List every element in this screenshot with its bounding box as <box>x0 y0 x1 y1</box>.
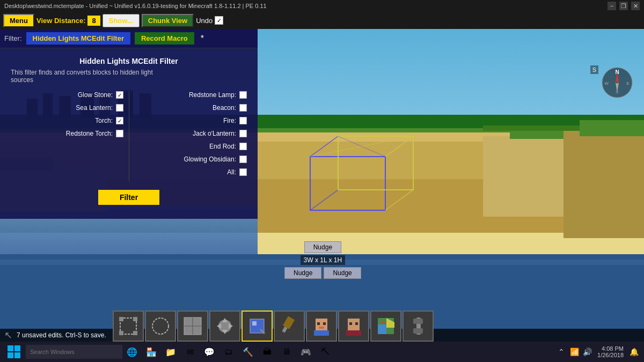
nudge-right-button[interactable]: Nudge <box>324 267 361 279</box>
svg-rect-42 <box>119 317 123 321</box>
coords-display: S <box>590 67 598 73</box>
tool-icon-2 <box>149 315 172 337</box>
player-head2-icon <box>343 316 364 336</box>
menu-bar: Menu View Distance: 8 Show... Chunk View… <box>0 12 644 29</box>
tool-slot-3[interactable] <box>177 311 208 342</box>
checkbox-all[interactable] <box>239 168 247 176</box>
taskbar-icon-store[interactable]: 🏪 <box>142 342 161 362</box>
nudge-bottom-row: Nudge Nudge <box>284 267 361 279</box>
svg-rect-78 <box>8 352 13 358</box>
checkbox-sealantern[interactable] <box>116 104 123 112</box>
compass: N S W E <box>601 67 633 99</box>
taskbar-icon-explorer[interactable]: 🗂 <box>219 342 238 362</box>
taskbar-icon-files[interactable]: 📁 <box>161 342 180 362</box>
tool-slot-10[interactable] <box>402 311 434 342</box>
checkbox-glowstone[interactable] <box>116 91 123 99</box>
start-button[interactable] <box>2 342 26 362</box>
nudge-top-button[interactable]: Nudge <box>304 241 341 253</box>
options-grid: Glow Stone: Sea Lantern: Torch: Redstone… <box>11 91 247 181</box>
tool-slot-1[interactable] <box>113 311 144 342</box>
svg-rect-44 <box>119 331 123 335</box>
svg-rect-75 <box>413 328 423 334</box>
taskbar-icon-edge[interactable]: 🌐 <box>122 342 142 362</box>
tray-notification-icon[interactable]: 🔔 <box>628 342 640 362</box>
tool-icon-10 <box>407 315 429 337</box>
filter-label: Filter: <box>4 34 22 42</box>
option-label-torch: Torch: <box>11 117 113 124</box>
map-icon <box>376 316 396 336</box>
option-row-glowstone: Glow Stone: <box>11 91 123 99</box>
tab-record-macro[interactable]: Record Macro <box>135 32 194 45</box>
svg-rect-67 <box>355 322 358 325</box>
tray-volume-icon[interactable]: 🔊 <box>581 342 593 362</box>
taskbar-icon-monitor[interactable]: 🖥 <box>277 342 296 362</box>
tool-icon-1 <box>117 315 140 337</box>
checkbox-jackolantern[interactable] <box>239 130 247 137</box>
menu-button[interactable]: Menu <box>3 14 34 27</box>
checkbox-beacon[interactable] <box>239 104 247 112</box>
option-row-jackolantern: Jack o'Lantern: <box>135 130 247 137</box>
tool-slot-7[interactable] <box>306 311 337 342</box>
svg-point-46 <box>152 318 169 334</box>
option-row-sealantern: Sea Lantern: <box>11 104 123 112</box>
option-label-redstonelamp: Redstone Lamp: <box>135 91 236 99</box>
close-button[interactable]: ✕ <box>631 2 640 10</box>
compass-icon: N S W E <box>601 67 633 99</box>
tool-slot-2[interactable] <box>145 311 176 342</box>
tray-chevron-icon[interactable]: ⌃ <box>555 342 567 362</box>
checkbox-glowingobsidian[interactable] <box>239 156 247 163</box>
search-input[interactable] <box>26 345 122 359</box>
option-label-beacon: Beacon: <box>135 104 236 112</box>
taskbar-icon-mail[interactable]: ✉ <box>180 342 200 362</box>
svg-rect-45 <box>133 331 137 335</box>
tool-slot-5[interactable] <box>241 311 273 342</box>
title-bar: Desktop\westwind.mctemplate - Unified ~ … <box>0 0 644 12</box>
minimize-button[interactable]: − <box>608 2 616 10</box>
show-button[interactable]: Show... <box>103 14 140 27</box>
taskbar-icon-skype[interactable]: 💬 <box>200 342 219 362</box>
clock-date: 1/26/2018 <box>597 352 624 358</box>
checkbox-redstonetorch[interactable] <box>116 130 123 137</box>
toolbar-bottom <box>113 311 434 342</box>
undo-label: Undo <box>196 17 213 25</box>
clock-time: 4:08 PM <box>597 345 624 352</box>
undo-checkbox[interactable]: ✓ <box>215 16 223 25</box>
tab-close-button[interactable]: * <box>199 34 206 43</box>
option-label-jackolantern: Jack o'Lantern: <box>135 130 236 137</box>
filter-apply-button[interactable]: Filter <box>98 190 159 205</box>
filter-tabs: Filter: Hidden Lights MCEdit Filter Reco… <box>0 29 258 48</box>
restore-button[interactable]: ❐ <box>619 2 628 10</box>
system-clock[interactable]: 4:08 PM 1/26/2018 <box>594 345 627 358</box>
view-distance-value: 8 <box>87 16 100 26</box>
taskbar-icon-mountain[interactable]: 🏔 <box>258 342 277 362</box>
checkbox-redstonelamp[interactable] <box>239 91 247 99</box>
option-label-sealantern: Sea Lantern: <box>11 104 113 112</box>
tool-slot-9[interactable] <box>370 311 401 342</box>
option-row-fire: Fire: <box>135 117 247 124</box>
svg-point-72 <box>382 321 385 324</box>
tab-hidden-lights[interactable]: Hidden Lights MCEdit Filter <box>26 32 130 45</box>
taskbar-icon-tools[interactable]: 🔨 <box>238 342 258 362</box>
taskbar-icon-game[interactable]: 🎮 <box>296 342 316 362</box>
wrench-icon <box>408 316 428 336</box>
option-label-endrod: End Rod: <box>135 143 236 150</box>
tool-icon-5 <box>246 315 268 337</box>
tool-icon-4 <box>214 315 236 337</box>
tool-slot-8[interactable] <box>338 311 369 342</box>
option-label-all: All: <box>135 168 236 176</box>
taskbar-icon-minecraft[interactable]: ⛏ <box>316 342 335 362</box>
tool-slot-4[interactable] <box>209 311 240 342</box>
tool-slot-6[interactable] <box>274 311 305 342</box>
option-row-glowingobsidian: Glowing Obsidian: <box>135 156 247 163</box>
checkbox-torch[interactable] <box>116 117 123 124</box>
tray-network-icon[interactable]: 📶 <box>568 342 580 362</box>
svg-rect-68 <box>346 330 361 336</box>
nudge-left-button[interactable]: Nudge <box>284 267 321 279</box>
filter-button-row: Filter <box>11 190 247 210</box>
nudge-panel: Nudge 3W x 1L x 1H Nudge Nudge <box>284 241 361 279</box>
chunk-view-button[interactable]: Chunk View <box>142 14 194 27</box>
checkbox-fire[interactable] <box>239 117 247 124</box>
svg-rect-61 <box>317 322 320 325</box>
oval-select-icon <box>150 316 171 336</box>
checkbox-endrod[interactable] <box>239 143 247 150</box>
